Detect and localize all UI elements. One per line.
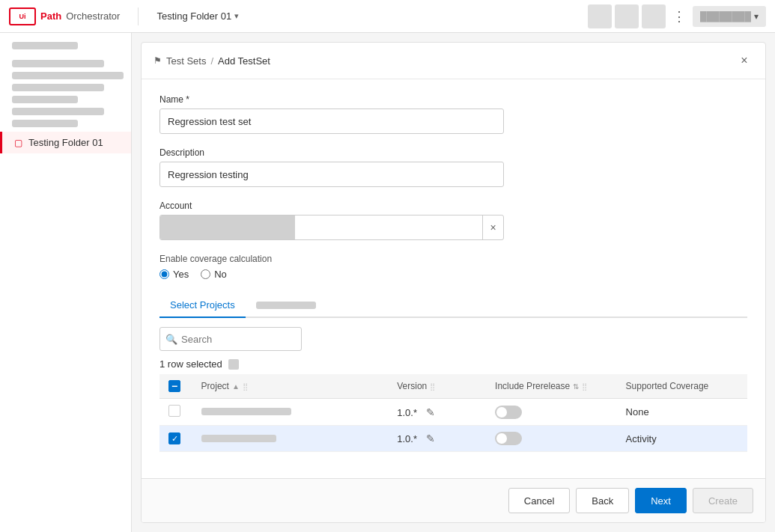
sidebar-item-3[interactable] xyxy=(12,72,124,79)
user-chevron-icon: ▾ xyxy=(754,11,759,22)
account-group: Account × xyxy=(159,201,747,240)
row-selected-text: 1 row selected xyxy=(159,358,222,370)
sidebar-item-testing-folder[interactable]: ▢ Testing Folder 01 xyxy=(0,132,131,153)
topbar: Ui Path Orchestrator Testing Folder 01 ▾… xyxy=(0,0,775,33)
folder-chevron-icon: ▾ xyxy=(234,11,239,21)
topbar-more-icon[interactable]: ⋮ xyxy=(669,6,690,27)
coverage-group: Enable coverage calculation Yes No xyxy=(159,254,747,280)
row2-checkbox-cell: ✓ xyxy=(159,426,192,452)
content-area: ⚑ Test Sets / Add TestSet × Name * xyxy=(132,33,775,532)
row1-checkbox-cell xyxy=(159,399,192,426)
row2-project-cell xyxy=(192,426,389,452)
coverage-yes-option[interactable]: Yes xyxy=(159,269,189,280)
row2-coverage-cell: Activity xyxy=(617,426,747,452)
cancel-button[interactable]: Cancel xyxy=(508,488,570,513)
th-checkbox: − xyxy=(159,374,192,399)
account-selected-value xyxy=(160,215,295,239)
topbar-divider xyxy=(138,7,139,25)
row2-version: 1.0.* xyxy=(397,433,417,444)
breadcrumb-separator: / xyxy=(210,55,213,67)
version-resize-icon: ⣿ xyxy=(430,382,435,391)
orchestrator-text: Orchestrator xyxy=(66,10,120,22)
name-group: Name * xyxy=(159,94,747,134)
name-label: Name * xyxy=(159,94,747,105)
coverage-no-label: No xyxy=(214,269,227,280)
project-resize-icon: ⣿ xyxy=(243,382,248,391)
th-version[interactable]: Version ⣿ xyxy=(388,374,486,399)
sidebar-item-5[interactable] xyxy=(12,96,78,103)
account-clear-button[interactable]: × xyxy=(482,215,503,239)
th-prerelease[interactable]: Include Prerelease ⇅ ⣿ xyxy=(486,374,616,399)
panel-footer: Cancel Back Next Create xyxy=(142,478,765,522)
account-label: Account xyxy=(159,201,747,211)
description-input[interactable] xyxy=(159,162,504,187)
create-button[interactable]: Create xyxy=(693,488,753,513)
tab-select-projects[interactable]: Select Projects xyxy=(159,293,246,318)
row1-toggle-knob xyxy=(496,407,507,418)
logo-path-text: Path xyxy=(40,10,61,22)
user-menu-button[interactable]: ████████ ▾ xyxy=(693,6,766,27)
folder-icon: ▢ xyxy=(14,138,22,148)
name-input[interactable] xyxy=(159,108,504,134)
row1-checkbox[interactable] xyxy=(168,405,180,417)
breadcrumb-icon: ⚑ xyxy=(154,55,162,66)
row2-prerelease-cell xyxy=(486,426,616,452)
breadcrumb-current: Add TestSet xyxy=(218,55,270,67)
row1-coverage-cell: None xyxy=(617,399,747,426)
description-group: Description xyxy=(159,147,747,187)
coverage-no-radio[interactable] xyxy=(201,269,210,279)
row2-project-name xyxy=(201,435,276,442)
row2-prerelease-toggle[interactable] xyxy=(495,432,522,445)
topbar-icon-btn-2[interactable] xyxy=(615,4,639,28)
add-testset-panel: ⚑ Test Sets / Add TestSet × Name * xyxy=(141,42,766,523)
row2-edit-icon[interactable]: ✎ xyxy=(426,432,435,444)
prerelease-resize-icon: ⣿ xyxy=(582,382,587,391)
sidebar-item-label: Testing Folder 01 xyxy=(28,137,103,148)
select-all-checkbox[interactable]: − xyxy=(168,380,180,392)
back-button[interactable]: Back xyxy=(576,488,629,513)
row2-toggle-knob xyxy=(496,433,507,444)
coverage-label: Enable coverage calculation xyxy=(159,254,747,264)
th-coverage: Supported Coverage xyxy=(617,374,747,399)
sidebar-item-7[interactable] xyxy=(12,120,78,127)
breadcrumb-parent-link[interactable]: Test Sets xyxy=(166,55,206,67)
row1-version: 1.0.* xyxy=(397,407,417,418)
folder-selector[interactable]: Testing Folder 01 ▾ xyxy=(151,7,245,25)
row2-coverage-value: Activity xyxy=(626,433,657,444)
row1-coverage-value: None xyxy=(626,406,649,418)
user-name: ████████ xyxy=(700,11,751,22)
th-project[interactable]: Project ▲ ⣿ xyxy=(192,374,389,399)
coverage-no-option[interactable]: No xyxy=(201,269,227,280)
row-selected-bar: 1 row selected xyxy=(159,358,747,370)
tabs-bar: Select Projects xyxy=(159,293,747,318)
panel-close-button[interactable]: × xyxy=(735,52,753,70)
table-header-row: − Project ▲ ⣿ xyxy=(159,374,747,399)
breadcrumb: ⚑ Test Sets / Add TestSet xyxy=(154,55,270,67)
row2-checkbox[interactable]: ✓ xyxy=(168,432,180,444)
topbar-icons: ⋮ ████████ ▾ xyxy=(588,4,766,28)
row1-project-cell xyxy=(192,399,389,426)
sidebar-item-6[interactable] xyxy=(12,108,104,115)
table-row: 1.0.* ✎ None xyxy=(159,399,747,426)
tab-2[interactable] xyxy=(246,296,326,317)
sidebar-item-2[interactable] xyxy=(12,60,104,67)
sidebar-item-1[interactable] xyxy=(12,42,78,49)
next-button[interactable]: Next xyxy=(635,488,687,513)
coverage-yes-radio[interactable] xyxy=(159,269,169,279)
sidebar-item-4[interactable] xyxy=(12,84,104,91)
description-label: Description xyxy=(159,147,747,158)
projects-table: − Project ▲ ⣿ xyxy=(159,374,747,452)
coverage-yes-label: Yes xyxy=(173,269,189,280)
coverage-radio-group: Yes No xyxy=(159,269,747,280)
search-bar: 🔍 xyxy=(159,327,302,351)
row1-edit-icon[interactable]: ✎ xyxy=(426,406,435,418)
topbar-icon-btn-3[interactable] xyxy=(642,4,666,28)
row2-version-cell: 1.0.* ✎ xyxy=(388,426,486,452)
project-sort-icon: ▲ xyxy=(232,382,240,391)
row1-prerelease-toggle[interactable] xyxy=(495,406,522,419)
search-input[interactable] xyxy=(159,327,302,351)
panel-header: ⚑ Test Sets / Add TestSet × xyxy=(142,43,765,79)
account-field: × xyxy=(159,215,504,240)
tabs-section: Select Projects 🔍 1 row selected xyxy=(159,293,747,452)
topbar-icon-btn-1[interactable] xyxy=(588,4,612,28)
